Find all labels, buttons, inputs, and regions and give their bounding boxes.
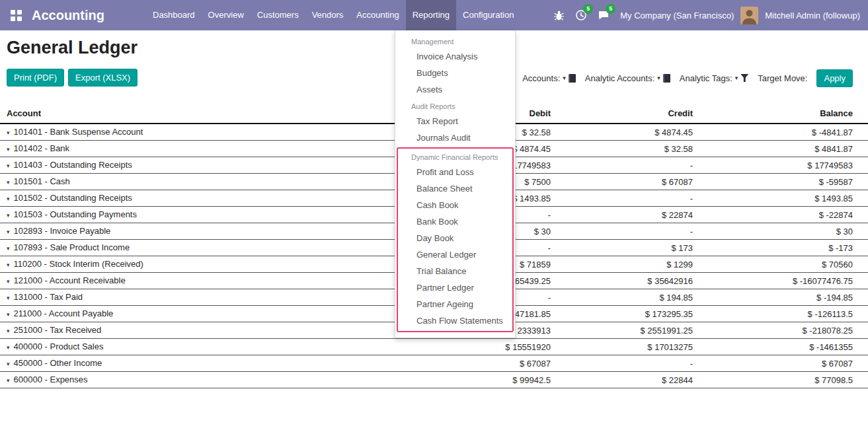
credit-cell: $ 194.85 — [551, 289, 693, 306]
nav-item-reporting[interactable]: Reporting — [406, 0, 456, 30]
balance-cell: $ -194.85 — [693, 289, 868, 306]
menu-item-tax-report[interactable]: Tax Report — [395, 113, 515, 129]
menu-item-bank-book[interactable]: Bank Book — [398, 213, 512, 230]
balance-cell: $ 17749583 — [693, 157, 868, 174]
menu-section-audit-reports: Audit ReportsTax ReportJournals Audit — [395, 98, 515, 146]
menu-item-partner-ledger[interactable]: Partner Ledger — [398, 279, 512, 296]
user-avatar[interactable] — [740, 7, 758, 24]
row-expand-icon[interactable]: ▾ — [7, 311, 10, 318]
account-cell[interactable]: ▾110200 - Stock Interim (Received) — [0, 256, 418, 273]
menu-section-dynamic-financial-reports: Dynamic Financial ReportsProfit and Loss… — [397, 147, 514, 332]
account-cell[interactable]: ▾251000 - Tax Received — [0, 322, 418, 339]
account-cell[interactable]: ▾121000 - Account Receivable — [0, 273, 418, 289]
filter-bar: Journals:▾Accounts:▾Analytic Accounts:▾A… — [463, 69, 853, 87]
row-expand-icon[interactable]: ▾ — [7, 361, 10, 367]
menu-item-invoice-analysis[interactable]: Invoice Analysis — [395, 48, 515, 65]
account-name: 101402 - Bank — [14, 143, 70, 153]
debit-cell: $ 99942.5 — [418, 372, 551, 388]
menu-item-general-ledger[interactable]: General Ledger — [398, 246, 512, 263]
row-expand-icon[interactable]: ▾ — [7, 262, 10, 268]
nav-item-overview[interactable]: Overview — [202, 0, 251, 30]
account-cell[interactable]: ▾101501 - Cash — [0, 174, 418, 190]
reporting-dropdown-menu: ManagementInvoice AnalysisBudgetsAssetsA… — [395, 30, 516, 338]
account-cell[interactable]: ▾107893 - Sale Product Income — [0, 240, 418, 256]
apply-button[interactable]: Apply — [816, 69, 853, 87]
account-cell[interactable]: ▾101401 - Bank Suspense Account — [0, 124, 418, 141]
apps-menu-button[interactable] — [7, 0, 25, 30]
filter-analytic-tags[interactable]: Analytic Tags:▾ — [680, 73, 749, 83]
credit-cell: $ 173 — [551, 240, 693, 256]
account-name: 101503 - Outstanding Payments — [14, 209, 137, 219]
nav-item-configuration[interactable]: Configuration — [456, 0, 520, 30]
row-expand-icon[interactable]: ▾ — [7, 278, 10, 285]
bug-icon — [553, 10, 565, 21]
row-expand-icon[interactable]: ▾ — [7, 295, 10, 301]
account-cell[interactable]: ▾400000 - Product Sales — [0, 339, 418, 355]
account-name: 110200 - Stock Interim (Received) — [14, 259, 143, 269]
nav-item-vendors[interactable]: Vendors — [305, 0, 350, 30]
company-switcher[interactable]: My Company (San Francisco) — [616, 11, 738, 20]
export-xlsx-button[interactable]: Export (XLSX) — [68, 69, 138, 87]
chevron-down-icon: ▾ — [657, 75, 660, 81]
nav-menu: DashboardOverviewCustomersVendorsAccount… — [146, 0, 520, 30]
row-expand-icon[interactable]: ▾ — [7, 229, 10, 235]
filter-label: Analytic Tags: — [680, 73, 732, 83]
row-expand-icon[interactable]: ▾ — [7, 212, 10, 219]
credit-cell: - — [551, 190, 693, 207]
menu-item-trial-balance[interactable]: Trial Balance — [398, 263, 512, 279]
account-cell[interactable]: ▾101403 - Outstanding Receipts — [0, 157, 418, 174]
row-expand-icon[interactable]: ▾ — [7, 196, 10, 202]
filter-target-move[interactable]: Target Move: — [758, 73, 807, 83]
account-cell[interactable]: ▾102893 - Invoice Payable — [0, 223, 418, 240]
row-expand-icon[interactable]: ▾ — [7, 162, 10, 169]
filter-label: Analytic Accounts: — [585, 73, 655, 83]
nav-item-accounting[interactable]: Accounting — [350, 0, 405, 30]
credit-cell: $ 1299 — [551, 256, 693, 273]
menu-item-assets[interactable]: Assets — [395, 81, 515, 98]
account-cell[interactable]: ▾101402 - Bank — [0, 141, 418, 157]
menu-item-partner-ageing[interactable]: Partner Ageing — [398, 296, 512, 312]
account-cell[interactable]: ▾450000 - Other Income — [0, 355, 418, 372]
account-cell[interactable]: ▾600000 - Expenses — [0, 372, 418, 388]
filter-analytic-accounts[interactable]: Analytic Accounts:▾ — [585, 73, 670, 83]
balance-cell: $ -173 — [693, 240, 868, 256]
row-expand-icon[interactable]: ▾ — [7, 129, 10, 136]
nav-item-dashboard[interactable]: Dashboard — [146, 0, 202, 30]
row-expand-icon[interactable]: ▾ — [7, 328, 10, 334]
app-brand[interactable]: Accounting — [32, 8, 104, 23]
row-expand-icon[interactable]: ▾ — [7, 245, 10, 252]
filter-accounts[interactable]: Accounts:▾ — [522, 73, 576, 83]
menu-section-header: Dynamic Financial Reports — [398, 149, 512, 164]
menu-item-journals-audit[interactable]: Journals Audit — [395, 129, 515, 146]
row-expand-icon[interactable]: ▾ — [7, 146, 10, 153]
row-expand-icon[interactable]: ▾ — [7, 377, 10, 384]
user-menu[interactable]: Mitchell Admin (followup) — [761, 11, 864, 20]
nav-item-customers[interactable]: Customers — [251, 0, 305, 30]
account-cell[interactable]: ▾131000 - Tax Paid — [0, 289, 418, 306]
account-name: 101401 - Bank Suspense Account — [14, 127, 143, 137]
menu-item-balance-sheet[interactable]: Balance Sheet — [398, 180, 512, 197]
menu-item-cash-book[interactable]: Cash Book — [398, 197, 512, 213]
debug-bug-button[interactable] — [549, 0, 569, 30]
messages-button[interactable]: 5 — [594, 0, 613, 30]
account-cell[interactable]: ▾211000 - Account Payable — [0, 306, 418, 322]
menu-section-header: Audit Reports — [395, 98, 515, 113]
account-name: 211000 - Account Payable — [14, 308, 114, 318]
account-cell[interactable]: ▾101502 - Outstanding Receipts — [0, 190, 418, 207]
menu-item-cash-flow-statements[interactable]: Cash Flow Statements — [398, 312, 512, 329]
print-pdf-button[interactable]: Print (PDF) — [7, 69, 64, 87]
balance-cell: $ 67087 — [693, 355, 868, 372]
row-expand-icon[interactable]: ▾ — [7, 344, 10, 351]
menu-item-profit-and-loss[interactable]: Profit and Loss — [398, 164, 512, 180]
menu-item-budgets[interactable]: Budgets — [395, 65, 515, 81]
menu-section-header: Management — [395, 33, 515, 48]
balance-cell: $ -4841.87 — [693, 124, 868, 141]
balance-cell: $ -59587 — [693, 174, 868, 190]
balance-cell: $ 4841.87 — [693, 141, 868, 157]
account-cell[interactable]: ▾101503 - Outstanding Payments — [0, 207, 418, 223]
row-expand-icon[interactable]: ▾ — [7, 179, 10, 186]
activities-badge: 5 — [583, 4, 593, 14]
activities-button[interactable]: 5 — [571, 0, 591, 30]
column-header-balance: Balance — [693, 106, 868, 124]
menu-item-day-book[interactable]: Day Book — [398, 230, 512, 246]
